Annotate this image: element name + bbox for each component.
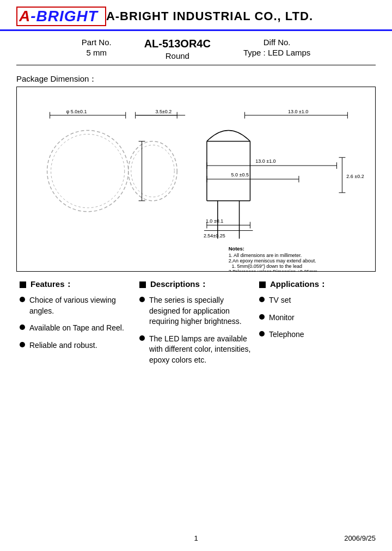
features-bullet-icon	[20, 281, 26, 288]
features-title: Features：	[30, 279, 73, 290]
applications-col: Applications： TV set Monitor Telephone	[256, 279, 376, 372]
application-text-2: Monitor	[269, 313, 295, 323]
page-number: 1	[194, 534, 198, 542]
company-name: A-BRIGHT INDUSTRIAL CO., LTD.	[106, 9, 313, 23]
circle-bullet-icon	[20, 342, 25, 347]
size-label: 5 mm	[86, 48, 107, 57]
description-text-2: The LED lamps are available with differe…	[149, 334, 253, 366]
circle-bullet-icon	[139, 297, 145, 302]
type-label: Type : LED Lamps	[243, 48, 310, 57]
svg-text:1. All dimensions are in milli: 1. All dimensions are in millimeter.	[229, 253, 302, 258]
logo-box: A-BRIGHT	[16, 7, 106, 26]
description-item-2: The LED lamps are available with differe…	[139, 334, 253, 366]
package-label: Package Dimension：	[0, 70, 392, 87]
svg-text:5.0 ±0.5: 5.0 ±0.5	[231, 172, 249, 177]
circle-bullet-icon	[259, 297, 265, 302]
feature-item-1: Choice of various viewing angles.	[20, 295, 133, 316]
description-text-1: The series is specially designed for app…	[149, 295, 253, 327]
shape-label: Round	[166, 51, 189, 60]
applications-title: Applications：	[270, 279, 327, 290]
feature-item-3: Reliable and robust.	[20, 340, 133, 351]
part-no-label: Part No.	[82, 38, 112, 47]
application-text-3: Telephone	[269, 329, 304, 340]
part-no-value: AL-513OR4C	[144, 38, 211, 50]
part-value-col: AL-513OR4C Round	[144, 38, 211, 60]
descriptions-title: Descriptions：	[150, 279, 208, 290]
part-no-col: Part No. 5 mm	[82, 38, 112, 57]
three-col-layout: Features： Choice of various viewing angl…	[16, 279, 376, 372]
footer-date: 2006/9/25	[344, 534, 376, 542]
svg-text:2.54±0.25: 2.54±0.25	[204, 233, 225, 238]
feature-item-2: Available on Tape and Reel.	[20, 323, 133, 334]
svg-point-1	[51, 134, 125, 207]
page-header: A-BRIGHT A-BRIGHT INDUSTRIAL CO., LTD.	[0, 0, 392, 31]
logo-a: A	[19, 8, 30, 25]
feature-text-1: Choice of various viewing angles.	[29, 295, 133, 316]
svg-text:φ 5.0±0.1: φ 5.0±0.1	[66, 109, 87, 114]
header-divider	[16, 65, 376, 65]
part-info-section: Part No. 5 mm AL-513OR4C Round Diff No. …	[0, 31, 392, 63]
svg-point-0	[47, 131, 128, 212]
applications-bullet-icon	[259, 281, 266, 288]
circle-bullet-icon	[259, 314, 265, 320]
svg-text:13.0 ±1.0: 13.0 ±1.0	[288, 109, 308, 114]
descriptions-bullet-icon	[139, 281, 146, 288]
descriptions-col: Descriptions： The series is specially de…	[136, 279, 256, 372]
svg-text:1. 5mm(0.059") down to the lea: 1. 5mm(0.059") down to the lead	[232, 264, 302, 269]
features-col: Features： Choice of various viewing angl…	[16, 279, 136, 372]
diagram-svg: φ 5.0±0.1 13.0 ±1.0 5.0 ±0.5 2.6 ±0.2	[17, 87, 375, 271]
package-diagram: φ 5.0±0.1 13.0 ±1.0 5.0 ±0.5 2.6 ±0.2	[16, 87, 376, 272]
application-item-1: TV set	[259, 295, 372, 306]
svg-text:2.6 ±0.2: 2.6 ±0.2	[346, 174, 364, 179]
svg-text:3.5±0.2: 3.5±0.2	[155, 109, 171, 114]
circle-bullet-icon	[20, 297, 25, 302]
feature-text-3: Reliable and robust.	[29, 340, 97, 351]
descriptions-header: Descriptions：	[139, 279, 253, 290]
svg-text:Notes:: Notes:	[229, 246, 244, 252]
diff-no-label: Diff No.	[264, 38, 291, 47]
application-item-2: Monitor	[259, 313, 372, 323]
svg-point-3	[131, 145, 175, 197]
svg-text:13.0 ±1.0: 13.0 ±1.0	[255, 158, 275, 164]
features-header: Features：	[20, 279, 133, 290]
svg-text:2.An epoxy meniscus may extend: 2.An epoxy meniscus may extend about.	[229, 258, 316, 264]
application-item-3: Telephone	[259, 329, 372, 340]
circle-bullet-icon	[259, 331, 265, 336]
circle-bullet-icon	[139, 335, 145, 341]
application-text-1: TV set	[269, 295, 291, 306]
svg-point-2	[128, 141, 177, 200]
feature-text-2: Available on Tape and Reel.	[29, 323, 124, 334]
logo-bright: -BRIGHT	[30, 8, 98, 25]
diff-no-col: Diff No. Type : LED Lamps	[243, 38, 310, 57]
description-item-1: The series is specially designed for app…	[139, 295, 253, 327]
svg-text:1.0 ±0.1: 1.0 ±0.1	[206, 218, 223, 224]
applications-header: Applications：	[259, 279, 372, 290]
bottom-section: Features： Choice of various viewing angl…	[16, 279, 376, 372]
svg-text:3.Tolerances unless Dimension : 3.Tolerances unless Dimension ±0.25mm	[229, 269, 317, 271]
circle-bullet-icon	[20, 325, 25, 330]
